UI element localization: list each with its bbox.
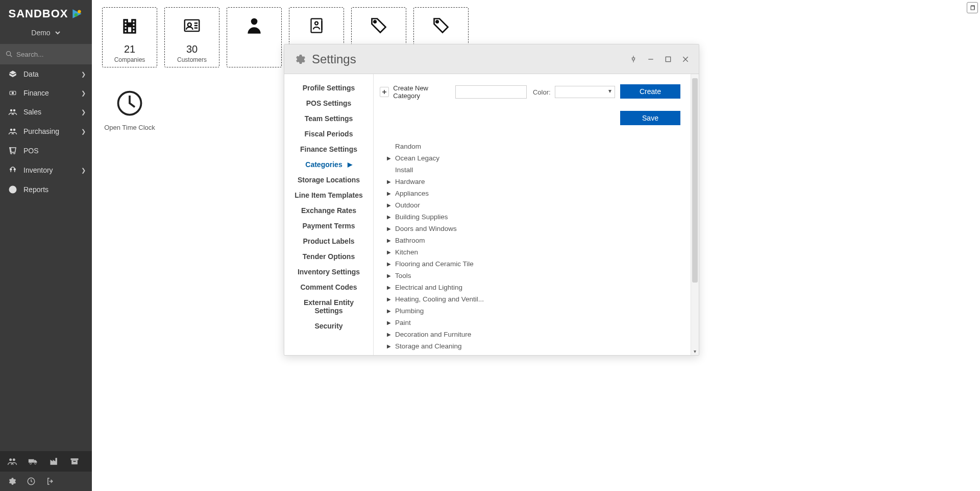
- bottom-bar-2: [0, 472, 92, 491]
- settings-menu-item[interactable]: Finance Settings: [284, 142, 373, 157]
- category-item[interactable]: ▶Appliances: [380, 188, 684, 199]
- expand-icon: ▶: [387, 332, 392, 337]
- svg-point-10: [13, 129, 16, 131]
- nav-item-purchasing[interactable]: Purchasing: [0, 122, 92, 141]
- category-item[interactable]: ▶Heating, Cooling and Ventil...: [380, 293, 684, 305]
- category-name: Storage and Cleaning: [395, 342, 462, 350]
- category-item[interactable]: ▶Paint: [380, 317, 684, 329]
- maximize-icon[interactable]: [664, 55, 672, 63]
- dashboard-card[interactable]: 21Companies: [102, 7, 157, 67]
- settings-menu-item[interactable]: Line Item Templates: [284, 188, 373, 203]
- category-item[interactable]: ▶Bathroom: [380, 235, 684, 246]
- category-item[interactable]: ▶Hardware: [380, 176, 684, 188]
- team-icon[interactable]: [7, 456, 17, 466]
- nav-item-data[interactable]: Data: [0, 64, 92, 84]
- settings-menu-item[interactable]: POS Settings: [284, 96, 373, 111]
- category-item[interactable]: ▶Building Supplies: [380, 211, 684, 223]
- expand-icon: ▶: [387, 273, 392, 278]
- nav-item-reports[interactable]: Reports: [0, 180, 92, 199]
- category-name: Flooring and Ceramic Tile: [395, 260, 474, 268]
- category-item[interactable]: ▶Outdoor: [380, 199, 684, 211]
- category-item[interactable]: ▶Tools: [380, 270, 684, 282]
- nav-item-sales[interactable]: Sales: [0, 102, 92, 122]
- scroll-thumb[interactable]: [692, 78, 698, 283]
- category-item[interactable]: ▶Flooring and Ceramic Tile: [380, 258, 684, 270]
- category-item[interactable]: ▶Decoration and Furniture: [380, 329, 684, 340]
- nav-label: POS: [23, 147, 39, 155]
- nav-item-inventory[interactable]: Inventory: [0, 160, 92, 180]
- nav-label: Sales: [23, 108, 41, 116]
- category-item[interactable]: ▶Doors and Windows: [380, 223, 684, 235]
- clock-icon[interactable]: [27, 477, 36, 486]
- modal-controls: [629, 55, 690, 63]
- tenant-select[interactable]: Demo: [0, 26, 92, 44]
- close-icon[interactable]: [681, 55, 690, 63]
- archive-icon[interactable]: [69, 456, 80, 466]
- category-item[interactable]: Install: [380, 164, 684, 176]
- category-name: Farm Supplies: [395, 354, 439, 355]
- settings-menu-item[interactable]: Categories: [284, 157, 373, 172]
- minimize-icon[interactable]: [647, 55, 655, 63]
- color-select[interactable]: [555, 86, 615, 98]
- category-name: Random: [395, 143, 421, 150]
- expand-icon: ▶: [387, 179, 392, 184]
- nav-item-pos[interactable]: POS: [0, 141, 92, 160]
- settings-menu-item[interactable]: Inventory Settings: [284, 264, 373, 279]
- settings-menu-item[interactable]: Fiscal Periods: [284, 126, 373, 142]
- scroll-down-icon[interactable]: ▾: [691, 348, 699, 354]
- truck-icon[interactable]: [28, 456, 39, 466]
- svg-point-28: [374, 20, 376, 23]
- settings-menu-item[interactable]: Profile Settings: [284, 80, 373, 96]
- settings-menu-item[interactable]: Security: [284, 318, 373, 334]
- open-time-clock[interactable]: Open Time Clock: [102, 88, 157, 131]
- category-item[interactable]: Random: [380, 141, 684, 152]
- settings-content: Create New Category Color: Create Save R…: [374, 74, 699, 355]
- category-name: Appliances: [395, 190, 429, 197]
- modal-title: Settings: [293, 52, 356, 66]
- expand-icon: ▶: [387, 214, 392, 220]
- pin-icon[interactable]: [629, 55, 638, 63]
- create-button[interactable]: Create: [620, 84, 680, 99]
- expand-icon: ▶: [387, 238, 392, 243]
- window-restore-icon[interactable]: [967, 2, 978, 13]
- add-category-button[interactable]: [380, 87, 389, 97]
- category-item[interactable]: ▶Storage and Cleaning: [380, 340, 684, 352]
- svg-rect-26: [311, 19, 322, 33]
- modal-scrollbar[interactable]: ▾: [691, 74, 699, 355]
- category-item[interactable]: ▶Ocean Legacy: [380, 152, 684, 164]
- settings-menu-item[interactable]: Exchange Rates: [284, 203, 373, 218]
- category-name: Heating, Cooling and Ventil...: [395, 295, 484, 303]
- nav-label: Purchasing: [23, 127, 59, 135]
- gear-icon[interactable]: [7, 477, 16, 486]
- category-item[interactable]: ▶Plumbing: [380, 305, 684, 317]
- settings-menu-item[interactable]: Storage Locations: [284, 172, 373, 188]
- category-item[interactable]: ▶Electrical and Lighting: [380, 282, 684, 293]
- category-name: Paint: [395, 319, 411, 326]
- brand: SANDBOX: [0, 0, 92, 26]
- expand-icon: ▶: [387, 191, 392, 196]
- industry-icon[interactable]: [49, 456, 59, 466]
- logout-icon[interactable]: [46, 477, 55, 486]
- category-name-input[interactable]: [455, 85, 527, 99]
- category-name: Decoration and Furniture: [395, 331, 471, 338]
- svg-point-2: [74, 13, 78, 16]
- settings-menu-item[interactable]: Comment Codes: [284, 279, 373, 295]
- dashboard-card[interactable]: [227, 7, 282, 67]
- category-name: Tools: [395, 272, 411, 279]
- category-item[interactable]: ▶Farm Supplies: [380, 352, 684, 355]
- category-item[interactable]: ▶Kitchen: [380, 246, 684, 258]
- settings-menu-item[interactable]: Team Settings: [284, 111, 373, 126]
- card-icon: [370, 15, 388, 36]
- save-button[interactable]: Save: [620, 111, 680, 125]
- settings-menu-item[interactable]: Product Labels: [284, 233, 373, 249]
- settings-menu-item[interactable]: Payment Terms: [284, 218, 373, 233]
- settings-menu-item[interactable]: External Entity Settings: [284, 295, 373, 318]
- svg-rect-18: [71, 458, 79, 460]
- dashboard-card[interactable]: 30Customers: [164, 7, 219, 67]
- expand-icon: ▶: [387, 285, 392, 290]
- category-name: Ocean Legacy: [395, 154, 439, 162]
- nav-item-finance[interactable]: Finance: [0, 84, 92, 102]
- settings-menu-item[interactable]: Tender Options: [284, 249, 373, 264]
- svg-point-7: [10, 109, 13, 112]
- category-name: Bathroom: [395, 237, 425, 244]
